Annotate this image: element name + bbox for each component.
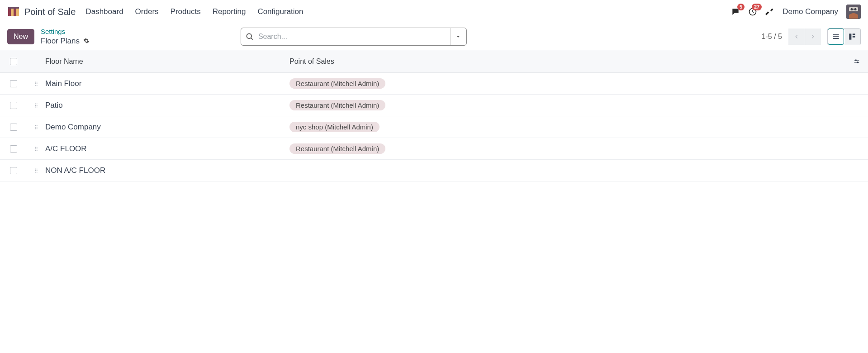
svg-rect-14 (853, 36, 855, 37)
activities-button[interactable]: 27 (748, 7, 757, 16)
row-checkbox[interactable] (10, 102, 17, 109)
pager-text: 1-5 / 5 (762, 33, 782, 41)
breadcrumb: Settings Floor Plans (41, 28, 90, 46)
table-row[interactable]: NON A/C FLOOR (0, 160, 868, 181)
chevron-down-icon (455, 33, 461, 40)
user-avatar[interactable] (846, 5, 861, 19)
drag-handle[interactable] (27, 81, 45, 87)
row-checkbox[interactable] (10, 124, 17, 131)
app-title: Point of Sale (24, 7, 76, 17)
drag-handle[interactable] (27, 167, 45, 174)
breadcrumb-current: Floor Plans (41, 36, 80, 46)
table-body: Main FloorRestaurant (Mitchell Admin)Pat… (0, 73, 868, 181)
navbar-right: 5 27 Demo Company (731, 5, 861, 19)
search-icon (241, 32, 258, 41)
svg-point-16 (855, 59, 856, 60)
drag-handle[interactable] (27, 102, 45, 109)
drag-handle[interactable] (27, 124, 45, 130)
svg-point-29 (35, 106, 36, 107)
drag-handle-icon (33, 81, 39, 87)
view-list-button[interactable] (828, 29, 844, 45)
view-kanban-button[interactable] (844, 29, 860, 45)
app-logo-icon (7, 6, 20, 18)
drag-handle-icon (33, 102, 39, 109)
activities-badge: 27 (752, 4, 762, 10)
svg-point-27 (35, 105, 36, 106)
cell-floor-name: Main Floor (45, 79, 289, 88)
svg-point-46 (37, 170, 38, 171)
cell-pos: Restaurant (Mitchell Admin) (289, 78, 845, 89)
cell-floor-name: Patio (45, 101, 289, 110)
svg-point-30 (37, 106, 38, 107)
svg-rect-0 (8, 7, 19, 9)
svg-point-7 (247, 33, 251, 38)
table-row[interactable]: A/C FLOORRestaurant (Mitchell Admin) (0, 138, 868, 160)
svg-point-36 (37, 128, 38, 129)
pager-buttons (788, 29, 821, 45)
svg-point-44 (37, 168, 38, 169)
row-checkbox[interactable] (10, 167, 17, 174)
column-header-floor-name[interactable]: Floor Name (45, 57, 289, 66)
nav-item-configuration[interactable]: Configuration (257, 7, 303, 16)
svg-point-31 (35, 125, 36, 126)
drag-handle-icon (33, 167, 39, 174)
table: Floor Name Point of Sales Main FloorRest… (0, 50, 868, 181)
svg-rect-6 (853, 9, 854, 10)
pos-tag[interactable]: Restaurant (Mitchell Admin) (289, 78, 385, 89)
pos-tag[interactable]: Restaurant (Mitchell Admin) (289, 143, 385, 154)
nav-item-orders[interactable]: Orders (135, 7, 159, 16)
pos-tag[interactable]: nyc shop (Mitchell Admin) (289, 122, 379, 132)
app-brand[interactable]: Point of Sale (7, 6, 76, 18)
avatar-icon (846, 5, 861, 19)
pos-tag[interactable]: Restaurant (Mitchell Admin) (289, 100, 385, 110)
nav-item-products[interactable]: Products (171, 7, 201, 16)
column-options-button[interactable] (845, 58, 868, 65)
cell-floor-name: A/C FLOOR (45, 144, 289, 153)
kanban-icon (848, 32, 857, 41)
breadcrumb-parent[interactable]: Settings (41, 28, 90, 36)
svg-point-47 (35, 172, 36, 172)
navbar-left: Point of Sale Dashboard Orders Products … (7, 6, 304, 18)
select-all-checkbox[interactable] (10, 58, 17, 65)
gear-icon[interactable] (83, 38, 90, 44)
svg-point-33 (35, 127, 36, 128)
search-input[interactable] (258, 33, 450, 41)
company-switcher[interactable]: Demo Company (783, 7, 838, 16)
control-bar-left: New Settings Floor Plans (7, 28, 90, 46)
table-row[interactable]: Demo Companynyc shop (Mitchell Admin) (0, 116, 868, 138)
row-checkbox[interactable] (10, 145, 17, 153)
sliders-icon (854, 58, 860, 65)
nav-item-reporting[interactable]: Reporting (213, 7, 246, 16)
drag-handle[interactable] (27, 146, 45, 152)
svg-point-22 (37, 83, 38, 84)
new-button[interactable]: New (7, 29, 34, 44)
svg-point-39 (35, 148, 36, 149)
svg-point-40 (37, 148, 38, 149)
control-bar-center (241, 28, 467, 46)
table-row[interactable]: Main FloorRestaurant (Mitchell Admin) (0, 73, 868, 95)
column-header-pos[interactable]: Point of Sales (289, 57, 845, 66)
svg-point-32 (37, 125, 38, 126)
search-dropdown-toggle[interactable] (450, 28, 466, 45)
svg-point-48 (37, 172, 38, 172)
pager-next-button[interactable] (805, 29, 821, 45)
row-select-cell (0, 80, 27, 87)
svg-point-21 (35, 83, 36, 84)
drag-handle-icon (33, 146, 39, 152)
svg-point-18 (857, 62, 858, 62)
svg-point-34 (37, 127, 38, 128)
drag-handle-icon (33, 124, 39, 130)
cell-floor-name: NON A/C FLOOR (45, 166, 289, 175)
nav-item-dashboard[interactable]: Dashboard (85, 7, 123, 16)
table-row[interactable]: PatioRestaurant (Mitchell Admin) (0, 95, 868, 116)
wrench-icon (765, 7, 774, 16)
messages-button[interactable]: 5 (731, 7, 740, 16)
chevron-left-icon (793, 33, 800, 40)
tools-button[interactable] (765, 7, 774, 16)
row-select-cell (0, 124, 27, 131)
row-checkbox[interactable] (10, 80, 17, 87)
messages-badge: 5 (737, 4, 745, 10)
pager-prev-button[interactable] (788, 29, 805, 45)
svg-line-8 (251, 38, 253, 40)
svg-point-19 (35, 81, 36, 82)
